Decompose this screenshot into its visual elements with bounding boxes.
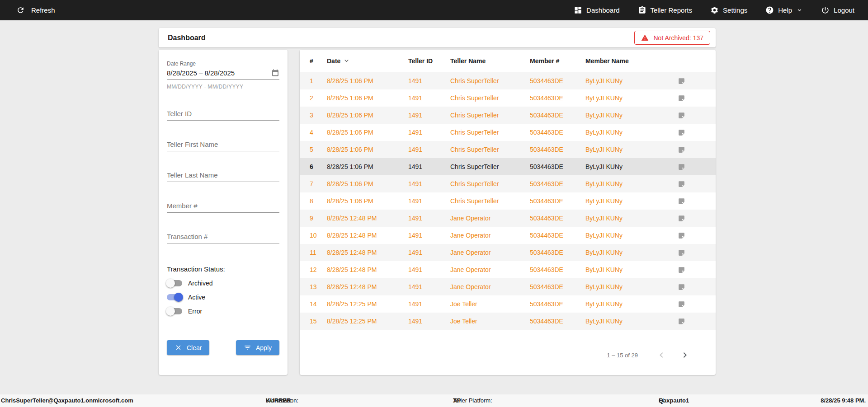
cell-date: 8/28/25 12:48 PM: [327, 232, 408, 239]
cell-teller-name: Joe Teller: [450, 300, 530, 308]
teller-id-field: [167, 107, 279, 121]
cell-member-name: ByLyJI KUNy: [585, 77, 678, 84]
col-teller-name: Teller Name: [450, 57, 530, 65]
table-row[interactable]: 3 8/28/25 1:06 PM 1491 Chris SuperTeller…: [300, 107, 716, 124]
cell-member-name: ByLyJI KUNy: [585, 94, 678, 102]
refresh-label: Refresh: [31, 6, 55, 14]
teller-last-name-field: [167, 168, 279, 182]
note-icon[interactable]: [678, 146, 685, 154]
note-icon[interactable]: [678, 232, 685, 239]
note-icon[interactable]: [678, 318, 685, 325]
cell-member-number: 5034463DE: [530, 197, 585, 205]
table-row[interactable]: 11 8/28/25 12:48 PM 1491 Jane Operator 5…: [300, 244, 716, 261]
transaction-number-input[interactable]: [167, 230, 279, 243]
cell-teller-id: 1491: [408, 266, 450, 273]
toggle-archived[interactable]: Archived: [167, 280, 279, 287]
cell-member-name: ByLyJI KUNy: [585, 180, 678, 187]
apply-button[interactable]: Apply: [236, 340, 279, 355]
note-icon[interactable]: [678, 163, 685, 171]
table-row[interactable]: 15 8/28/25 12:25 PM 1491 Joe Teller 5034…: [300, 313, 716, 330]
note-icon[interactable]: [678, 197, 685, 205]
cell-date: 8/28/25 1:06 PM: [327, 163, 408, 170]
member-number-input[interactable]: [167, 199, 279, 213]
cell-teller-name: Chris SuperTeller: [450, 163, 530, 170]
table-row[interactable]: 7 8/28/25 1:06 PM 1491 Chris SuperTeller…: [300, 175, 716, 192]
table-row[interactable]: 4 8/28/25 1:06 PM 1491 Chris SuperTeller…: [300, 124, 716, 141]
note-icon[interactable]: [678, 180, 685, 188]
cell-teller-id: 1491: [408, 215, 450, 222]
cell-teller-name: Jane Operator: [450, 232, 530, 239]
note-icon[interactable]: [678, 77, 685, 85]
table-row[interactable]: 13 8/28/25 12:48 PM 1491 Jane Operator 5…: [300, 278, 716, 295]
cell-teller-id: 1491: [408, 197, 450, 205]
cell-teller-name: Jane Operator: [450, 249, 530, 256]
table-row[interactable]: 14 8/28/25 12:25 PM 1491 Joe Teller 5034…: [300, 295, 716, 313]
cell-teller-id: 1491: [408, 163, 450, 170]
cell-member-number: 5034463DE: [530, 94, 585, 102]
toggle-archived-label: Archived: [188, 280, 212, 287]
cell-member-name: ByLyJI KUNy: [585, 232, 678, 239]
teller-first-name-input[interactable]: [167, 138, 279, 151]
date-format-hint: MM/DD/YYYY - MM/DD/YYYY: [167, 84, 279, 90]
cell-member-name: ByLyJI KUNy: [585, 197, 678, 205]
table-row[interactable]: 10 8/28/25 12:48 PM 1491 Jane Operator 5…: [300, 227, 716, 244]
note-icon[interactable]: [678, 129, 685, 136]
teller-last-name-input[interactable]: [167, 168, 279, 182]
previous-page-icon[interactable]: [656, 350, 667, 360]
refresh-button[interactable]: Refresh: [16, 6, 55, 14]
cell-member-name: ByLyJI KUNy: [585, 266, 678, 273]
note-icon[interactable]: [678, 112, 685, 119]
table-row[interactable]: 5 8/28/25 1:06 PM 1491 Chris SuperTeller…: [300, 141, 716, 158]
table-row[interactable]: 12 8/28/25 12:48 PM 1491 Jane Operator 5…: [300, 261, 716, 278]
table-row[interactable]: 9 8/28/25 12:48 PM 1491 Jane Operator 50…: [300, 210, 716, 227]
col-member-name: Member Name: [585, 57, 678, 65]
nav-dashboard[interactable]: Dashboard: [574, 6, 619, 14]
pagination: 1 – 15 of 29: [300, 350, 690, 360]
col-date-sort[interactable]: Date: [327, 57, 408, 65]
table-body: 1 8/28/25 1:06 PM 1491 Chris SuperTeller…: [300, 72, 716, 330]
cell-number: 1: [310, 77, 327, 84]
col-teller-id: Teller ID: [408, 57, 450, 65]
note-icon[interactable]: [678, 215, 685, 222]
cell-date: 8/28/25 1:06 PM: [327, 129, 408, 136]
next-page-icon[interactable]: [679, 350, 690, 360]
note-icon[interactable]: [678, 300, 685, 308]
refresh-icon: [16, 6, 25, 14]
clear-button[interactable]: Clear: [167, 340, 209, 355]
note-icon[interactable]: [678, 94, 685, 102]
cell-number: 3: [310, 112, 327, 119]
note-icon[interactable]: [678, 283, 685, 291]
cell-number: 12: [310, 266, 327, 273]
calendar-icon[interactable]: [271, 69, 279, 77]
nav-settings[interactable]: Settings: [710, 6, 747, 14]
nav-logout[interactable]: Logout: [821, 6, 854, 14]
cell-number: 10: [310, 232, 327, 239]
date-range-input[interactable]: [167, 69, 262, 77]
cell-member-number: 5034463DE: [530, 163, 585, 170]
nav-help[interactable]: Help: [765, 6, 803, 14]
teller-platform-info: Teller Platform: XP: [453, 394, 461, 407]
toggle-knob: [174, 293, 183, 302]
date-range-field: Date Range MM/DD/YYYY - MM/DD/YYYY: [167, 61, 279, 90]
toggle-active[interactable]: Active: [167, 294, 279, 301]
toggle-knob: [166, 279, 175, 288]
filter-actions: Clear Apply: [167, 340, 279, 355]
nav-teller-reports[interactable]: Teller Reports: [638, 6, 693, 14]
table-row[interactable]: 1 8/28/25 1:06 PM 1491 Chris SuperTeller…: [300, 72, 716, 89]
cell-teller-name: Chris SuperTeller: [450, 197, 530, 205]
table-row[interactable]: 2 8/28/25 1:06 PM 1491 Chris SuperTeller…: [300, 89, 716, 107]
cell-member-number: 5034463DE: [530, 300, 585, 308]
table-row[interactable]: 8 8/28/25 1:06 PM 1491 Chris SuperTeller…: [300, 192, 716, 210]
table-row[interactable]: 6 8/28/25 1:06 PM 1491 Chris SuperTeller…: [300, 158, 716, 175]
toggle-error[interactable]: Error: [167, 308, 279, 315]
cell-teller-id: 1491: [408, 300, 450, 308]
teller-id-input[interactable]: [167, 107, 279, 121]
transactions-table: # Date Teller ID Teller Name Member # Me…: [300, 50, 716, 375]
note-icon[interactable]: [678, 266, 685, 274]
cell-date: 8/28/25 12:48 PM: [327, 249, 408, 256]
cell-teller-name: Jane Operator: [450, 266, 530, 273]
toggle-active-label: Active: [188, 294, 205, 301]
cell-number: 15: [310, 318, 327, 325]
note-icon[interactable]: [678, 249, 685, 257]
cell-date: 8/28/25 1:06 PM: [327, 77, 408, 84]
